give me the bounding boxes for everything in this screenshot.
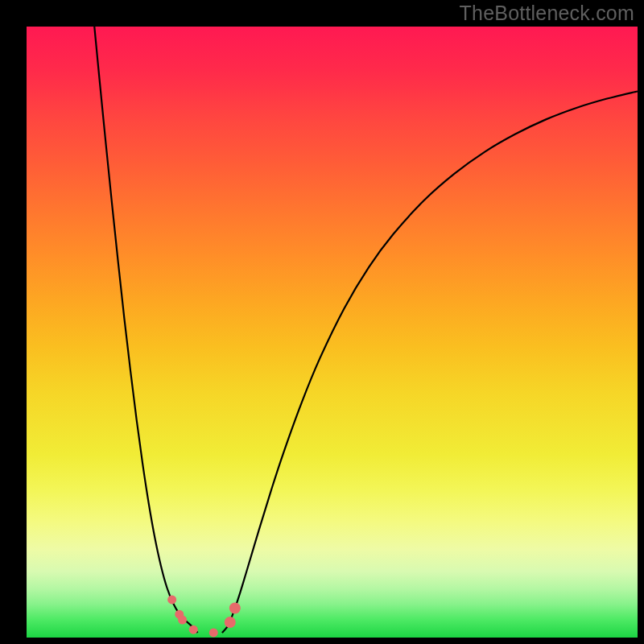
data-marker	[167, 595, 176, 604]
data-marker	[225, 617, 236, 628]
data-marker	[189, 625, 198, 634]
data-marker	[178, 615, 187, 624]
data-marker	[229, 603, 241, 614]
plot-area	[27, 27, 638, 638]
chart-svg	[27, 27, 638, 638]
chart-frame: TheBottleneck.com	[0, 0, 644, 644]
data-marker	[209, 628, 218, 637]
watermark-text: TheBottleneck.com	[460, 2, 634, 25]
